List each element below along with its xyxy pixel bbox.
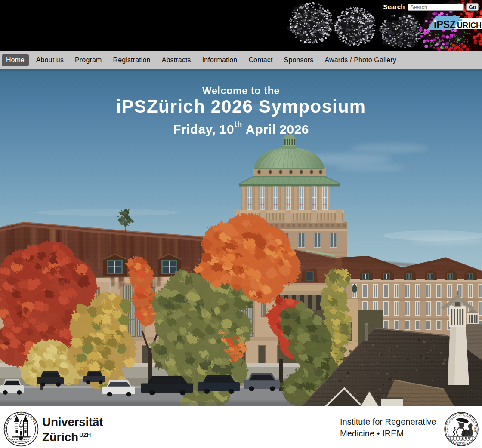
svg-text:iPSZ: iPSZ bbox=[434, 18, 456, 30]
svg-text:MMXVI: MMXVI bbox=[456, 442, 467, 445]
svg-text:URICH: URICH bbox=[457, 21, 482, 30]
svg-text:MDCCC XXXIII: MDCCC XXXIII bbox=[14, 441, 29, 443]
